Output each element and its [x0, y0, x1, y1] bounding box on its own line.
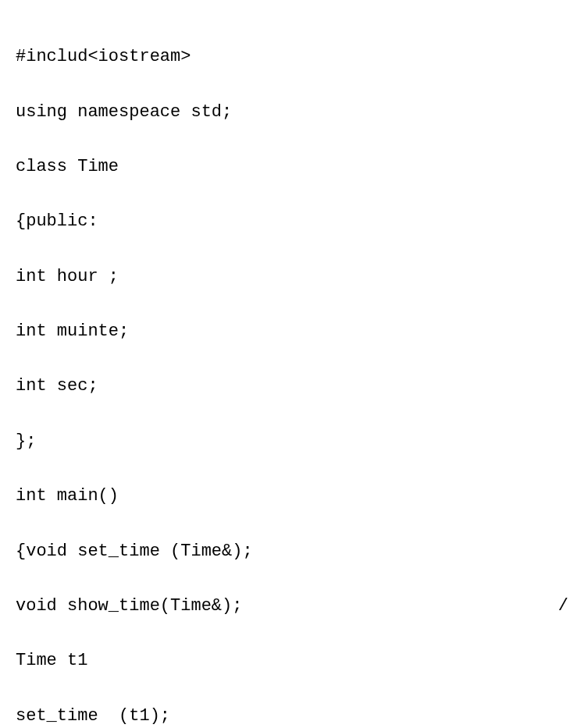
code-line: using namespeace std;	[16, 98, 568, 126]
code-line: set_time (t1);	[16, 702, 568, 728]
code-block: #includ<iostream> using namespeace std; …	[16, 16, 568, 728]
code-line: {void set_time (Time&);	[16, 538, 568, 565]
code-line: void show_time(Time&);/	[16, 592, 568, 620]
trailing-slash: /	[558, 592, 568, 620]
code-line: int main()	[16, 482, 568, 510]
code-text: void show_time(Time&);	[16, 592, 242, 620]
code-line: };	[16, 428, 568, 455]
code-line: Time t1	[16, 647, 568, 674]
code-line: int sec;	[16, 372, 568, 400]
code-line: {public:	[16, 208, 568, 235]
code-line: class Time	[16, 153, 568, 180]
code-line: int hour ;	[16, 263, 568, 290]
code-line: int muinte;	[16, 318, 568, 345]
code-line: #includ<iostream>	[16, 43, 568, 70]
